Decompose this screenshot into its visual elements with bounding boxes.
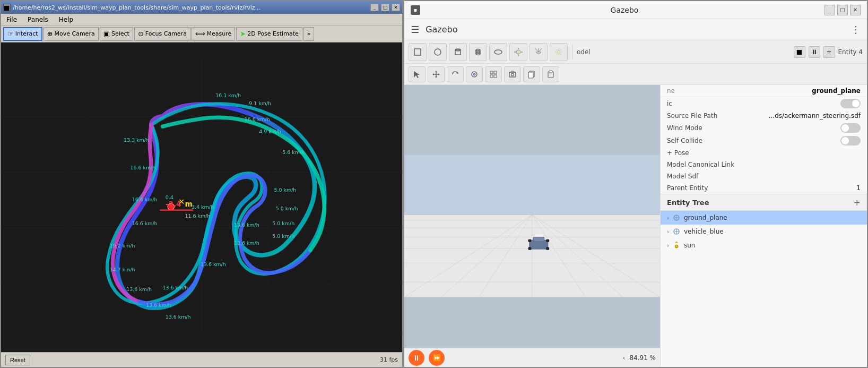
entity-item-vehicle-blue[interactable]: › vehicle_blue <box>661 225 867 238</box>
static-toggle[interactable] <box>840 99 861 108</box>
rviz-titlebar: ■ /home/he/ros2_ws/install/sim_wayp_plan… <box>1 1 402 14</box>
rviz-window: ■ /home/he/ros2_ws/install/sim_wayp_plan… <box>0 0 403 368</box>
more-options-button[interactable]: ⋮ <box>851 24 861 35</box>
entity-tree-add-button[interactable]: + <box>854 198 861 208</box>
move-tool-button[interactable] <box>428 66 445 82</box>
more-tools-icon: » <box>307 30 311 37</box>
gazebo-maximize-button[interactable]: □ <box>837 5 848 15</box>
model-name-value: ground_plane <box>683 87 861 95</box>
svg-line-64 <box>556 54 557 55</box>
toolbar-separator-1 <box>572 45 572 59</box>
model-sdf-row: Model Sdf <box>661 170 867 182</box>
copy-button[interactable] <box>523 66 540 82</box>
rviz-app-icon: ■ <box>3 4 11 11</box>
entity-item-sun[interactable]: › sun <box>661 238 867 252</box>
svg-rect-84 <box>549 71 552 73</box>
source-file-path-row: Source File Path ...ds/ackermann_steerin… <box>661 110 867 122</box>
rviz-toolbar: ☞ Interact ⊕ Move Camera ▣ Select ⊙ Focu… <box>1 25 402 42</box>
svg-text:16.6 km/h: 16.6 km/h <box>132 220 158 226</box>
self-collide-toggle-knob <box>841 137 849 144</box>
hamburger-menu-button[interactable]: ☰ <box>411 24 419 35</box>
svg-text:5.6 km/h: 5.6 km/h <box>282 149 305 155</box>
entity-name-ground-plane: ground_plane <box>684 214 727 221</box>
fast-forward-button[interactable]: ⏩ <box>429 350 445 366</box>
maximize-button[interactable]: □ <box>381 4 389 11</box>
wind-mode-toggle[interactable] <box>840 123 861 133</box>
gazebo-minimize-button[interactable]: _ <box>824 5 835 15</box>
zoom-left-arrow[interactable]: ‹ <box>623 354 626 362</box>
gazebo-3d-viewport[interactable]: ⏸ ⏩ ‹ 84.91 % <box>404 85 660 367</box>
svg-text:13.6 km/h: 13.6 km/h <box>146 302 171 308</box>
cylinder-shape-button[interactable] <box>449 43 467 61</box>
svg-rect-104 <box>528 239 532 242</box>
measure-tool[interactable]: ⟺ Measure <box>192 27 235 41</box>
entity-item-ground-plane[interactable]: › ground_plane <box>661 211 867 225</box>
capsule-shape-button[interactable] <box>469 43 487 61</box>
select-tool-button[interactable] <box>409 66 426 82</box>
screenshot-button[interactable] <box>504 66 521 82</box>
rviz-viewport[interactable]: ▶ ◀ <box>1 42 402 352</box>
file-menu[interactable]: File <box>4 15 19 24</box>
wind-mode-label: Wind Mode <box>667 124 741 132</box>
svg-marker-69 <box>435 76 437 78</box>
svg-point-57 <box>557 50 560 54</box>
gazebo-close-button[interactable]: ✕ <box>850 5 861 15</box>
point-light-button[interactable] <box>550 43 568 61</box>
model-sdf-label: Model Sdf <box>667 173 741 180</box>
minimize-button[interactable]: _ <box>370 4 379 11</box>
pose-expand-label: + Pose <box>667 149 741 157</box>
more-tools-button[interactable]: » <box>303 27 315 41</box>
svg-rect-107 <box>546 247 549 250</box>
entity-icon-sun <box>672 241 681 250</box>
help-menu[interactable]: Help <box>57 15 75 24</box>
source-file-path-label: Source File Path <box>667 112 741 119</box>
svg-text:-2.4: -2.4 <box>166 200 181 208</box>
gazebo-right-panel: ne ground_plane ic Source File Path ...d… <box>660 85 867 367</box>
spot-light-button[interactable] <box>530 43 548 61</box>
model-controls: ■ ⏸ + Entity 4 <box>794 46 863 58</box>
svg-text:9.1 km/h: 9.1 km/h <box>249 100 271 106</box>
reset-button[interactable]: Reset <box>5 355 30 365</box>
svg-text:3.4 km/h: 3.4 km/h <box>192 204 214 210</box>
rotate-tool-button[interactable] <box>447 66 464 82</box>
panels-menu[interactable]: Panels <box>25 15 50 24</box>
self-collide-toggle[interactable] <box>840 136 861 146</box>
gazebo-window-controls: _ □ ✕ <box>824 5 861 15</box>
svg-text:5.0 km/h: 5.0 km/h <box>272 233 294 239</box>
svg-text:5.0 km/h: 5.0 km/h <box>272 220 294 226</box>
pose-estimate-tool[interactable]: ➤ 2D Pose Estimate <box>236 27 302 41</box>
pose-row[interactable]: + Pose <box>661 147 867 159</box>
gazebo-title: Gazebo <box>424 6 824 14</box>
directional-light-button[interactable] <box>509 43 527 61</box>
close-button[interactable]: ✕ <box>392 4 400 11</box>
model-pause-button[interactable]: ⏸ <box>809 46 820 58</box>
pose-estimate-icon: ➤ <box>240 30 246 38</box>
select-tool[interactable]: ▣ Select <box>100 27 133 41</box>
paste-button[interactable] <box>542 66 559 82</box>
move-camera-icon: ⊕ <box>47 30 53 38</box>
select-label: Select <box>111 30 129 37</box>
svg-text:4.9 km/h: 4.9 km/h <box>259 129 281 134</box>
focus-camera-tool[interactable]: ⊙ Focus Camera <box>134 27 190 41</box>
svg-rect-106 <box>528 247 532 250</box>
pause-button[interactable]: ⏸ <box>409 350 424 366</box>
box-shape-button[interactable] <box>409 43 427 61</box>
sphere-shape-button[interactable] <box>429 43 447 61</box>
entity-icon-vehicle-blue <box>672 227 681 236</box>
model-stop-button[interactable]: ■ <box>794 46 805 58</box>
svg-text:11.6 km/h: 11.6 km/h <box>185 213 211 219</box>
model-add-button[interactable]: + <box>823 46 835 58</box>
parent-entity-label: Parent Entity <box>667 184 741 192</box>
static-label: ic <box>667 100 741 107</box>
focus-camera-icon: ⊙ <box>138 30 144 38</box>
move-camera-tool[interactable]: ⊕ Move Camera <box>44 27 99 41</box>
entity-tree-title: Entity Tree <box>667 199 854 207</box>
view-angle-button[interactable] <box>466 66 483 82</box>
svg-rect-41 <box>414 49 421 55</box>
svg-rect-101 <box>404 155 660 215</box>
svg-text:16.6 km/h: 16.6 km/h <box>132 196 158 202</box>
interact-tool[interactable]: ☞ Interact <box>3 27 42 41</box>
grid-button[interactable] <box>485 66 502 82</box>
wind-mode-row: Wind Mode <box>661 122 867 134</box>
ellipsoid-shape-button[interactable] <box>489 43 507 61</box>
